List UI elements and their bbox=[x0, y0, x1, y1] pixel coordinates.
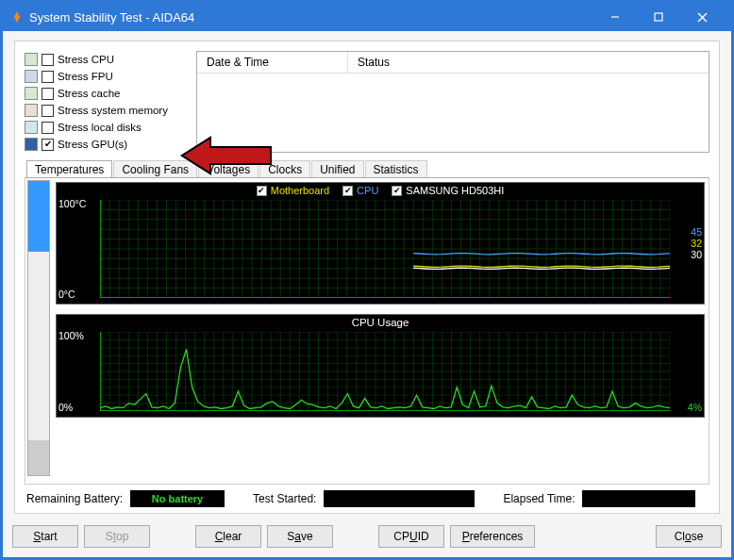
checkbox[interactable] bbox=[42, 105, 54, 117]
graph-scrollbar[interactable] bbox=[27, 180, 50, 476]
reading-value: 4% bbox=[688, 402, 702, 413]
checkbox[interactable] bbox=[42, 139, 54, 151]
legend-cpu[interactable]: ✔CPU bbox=[342, 185, 378, 196]
window-title: System Stability Test - AIDA64 bbox=[29, 10, 194, 25]
stress-label: Stress local disks bbox=[58, 122, 142, 133]
start-button[interactable]: Start bbox=[12, 525, 78, 548]
stress-option-cpu[interactable]: Stress cache bbox=[25, 85, 185, 102]
stop-button: Stop bbox=[84, 525, 150, 548]
legend-checkbox[interactable]: ✔ bbox=[257, 186, 267, 196]
graph-area: ✔Motherboard✔CPU✔SAMSUNG HD503HI 100°C 0… bbox=[25, 177, 709, 485]
col-header-datetime[interactable]: Date & Time bbox=[197, 52, 348, 73]
reading-value: 30 bbox=[691, 249, 702, 260]
battery-label: Remaining Battery: bbox=[26, 492, 123, 505]
checkbox[interactable] bbox=[42, 122, 54, 134]
stress-option-disk[interactable]: Stress local disks bbox=[25, 119, 185, 136]
save-button[interactable]: Save bbox=[267, 525, 333, 548]
fpu-icon bbox=[25, 70, 38, 83]
stress-option-gpu[interactable]: Stress GPU(s) bbox=[25, 136, 185, 153]
temp-ymax: 100°C bbox=[58, 198, 96, 209]
cpu-usage-title: CPU Usage bbox=[57, 317, 704, 328]
temperature-chart: ✔Motherboard✔CPU✔SAMSUNG HD503HI 100°C 0… bbox=[56, 182, 705, 305]
legend-checkbox[interactable]: ✔ bbox=[342, 186, 353, 196]
legend-checkbox[interactable]: ✔ bbox=[392, 186, 402, 196]
legend-samsung-hd503hi[interactable]: ✔SAMSUNG HD503HI bbox=[392, 185, 504, 196]
svg-rect-1 bbox=[655, 13, 662, 21]
close-dialog-button[interactable]: Close bbox=[656, 525, 722, 548]
window-titlebar: System Stability Test - AIDA64 bbox=[3, 3, 731, 31]
preferences-button[interactable]: Preferences bbox=[450, 525, 535, 548]
status-bar: Remaining Battery: No battery Test Start… bbox=[25, 485, 709, 513]
stress-label: Stress GPU(s) bbox=[58, 139, 127, 150]
tab-unified[interactable]: Unified bbox=[311, 160, 363, 178]
highlight-arrow bbox=[180, 132, 275, 183]
gpu-icon bbox=[25, 138, 38, 151]
graph-tabs: TemperaturesCooling FansVoltagesClocksUn… bbox=[25, 160, 709, 178]
stress-test-options: Stress CPU Stress FPU Stress cache Stres… bbox=[25, 51, 185, 153]
stress-label: Stress FPU bbox=[58, 71, 113, 82]
checkbox[interactable] bbox=[42, 88, 54, 100]
stress-label: Stress system memory bbox=[58, 105, 168, 116]
col-header-status[interactable]: Status bbox=[348, 52, 709, 73]
checkbox[interactable] bbox=[42, 54, 54, 66]
stress-option-cpu[interactable]: Stress CPU bbox=[25, 51, 185, 68]
cpu-icon bbox=[25, 53, 38, 66]
close-button[interactable] bbox=[680, 3, 724, 31]
cpuid-button[interactable]: CPUID bbox=[378, 525, 444, 548]
app-icon bbox=[10, 10, 24, 24]
stress-option-fpu[interactable]: Stress FPU bbox=[25, 68, 185, 85]
battery-value: No battery bbox=[144, 493, 210, 504]
mem-icon bbox=[25, 104, 38, 117]
test-started-value bbox=[324, 490, 475, 507]
disk-icon bbox=[25, 121, 38, 134]
usage-ymax: 100% bbox=[58, 330, 96, 341]
cpu-icon bbox=[25, 87, 38, 100]
minimize-button[interactable] bbox=[593, 3, 637, 31]
checkbox[interactable] bbox=[42, 71, 54, 83]
legend-motherboard[interactable]: ✔Motherboard bbox=[257, 185, 329, 196]
maximize-button[interactable] bbox=[637, 3, 680, 31]
elapsed-label: Elapsed Time: bbox=[503, 492, 575, 505]
cpu-usage-chart: CPU Usage 100% 0% 4% bbox=[56, 314, 705, 418]
clear-button[interactable]: Clear bbox=[195, 525, 261, 548]
tab-statistics[interactable]: Statistics bbox=[365, 160, 427, 178]
elapsed-value bbox=[582, 490, 695, 507]
stress-label: Stress CPU bbox=[58, 54, 114, 65]
reading-value: 45 bbox=[691, 226, 702, 238]
usage-ymin: 0% bbox=[58, 402, 96, 413]
svg-marker-4 bbox=[182, 138, 271, 173]
stress-label: Stress cache bbox=[58, 88, 120, 99]
tab-temperatures[interactable]: Temperatures bbox=[26, 160, 112, 178]
stress-option-mem[interactable]: Stress system memory bbox=[25, 102, 185, 119]
button-bar: Start Stop Clear Save CPUID Preferences … bbox=[3, 519, 731, 557]
reading-value: 32 bbox=[691, 238, 702, 249]
temp-ymin: 0°C bbox=[58, 288, 96, 300]
test-started-label: Test Started: bbox=[253, 492, 316, 505]
